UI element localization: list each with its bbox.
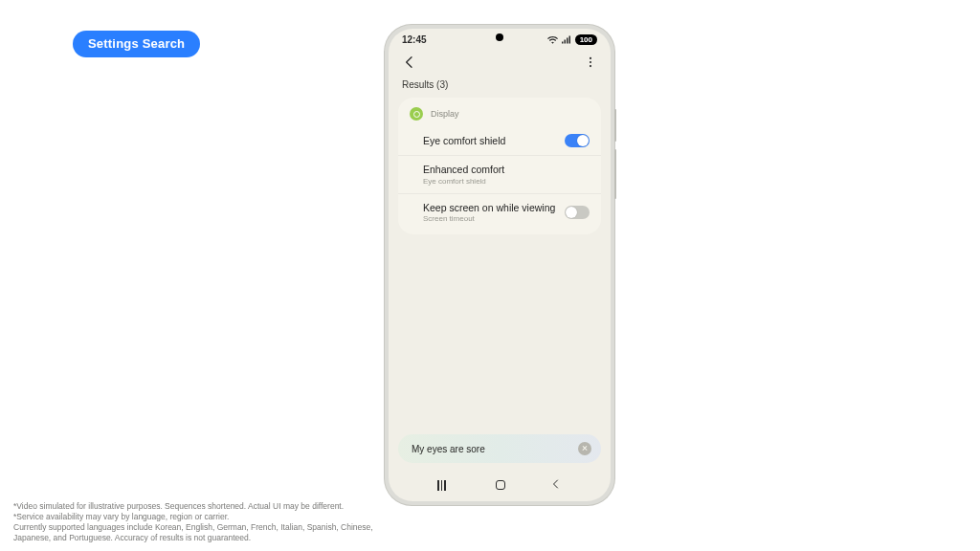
results-card: Display Eye comfort shield Enhanced comf… [398, 98, 601, 234]
toggle-eye-comfort-shield[interactable] [565, 134, 590, 147]
svg-point-1 [590, 61, 591, 63]
section-label: Display [431, 109, 459, 119]
navigation-bar [389, 471, 611, 501]
back-button[interactable] [402, 55, 417, 70]
nav-home-button[interactable] [496, 480, 505, 490]
wifi-icon [547, 35, 558, 44]
clear-search-button[interactable] [578, 442, 591, 455]
svg-point-0 [590, 57, 591, 59]
results-count: Results (3) [389, 76, 611, 98]
footnote-line: Currently supported languages include Ko… [13, 522, 396, 543]
item-title: Keep screen on while viewing [423, 202, 555, 214]
result-item-keep-screen-on[interactable]: Keep screen on while viewing Screen time… [398, 193, 601, 231]
feature-badge: Settings Search [73, 31, 200, 57]
footnote-line: *Service availability may vary by langua… [13, 512, 396, 522]
toggle-keep-screen-on[interactable] [565, 206, 590, 219]
svg-point-2 [590, 65, 591, 67]
nav-back-button[interactable] [550, 476, 562, 494]
status-time: 12:45 [402, 34, 427, 45]
phone-side-button [614, 109, 616, 142]
display-section-icon [410, 107, 423, 121]
result-item-eye-comfort-shield[interactable]: Eye comfort shield [398, 126, 601, 155]
search-query: My eyes are sore [412, 444, 578, 454]
camera-hole [496, 33, 503, 41]
phone-side-button [614, 149, 616, 199]
item-subtitle: Screen timeout [423, 214, 555, 223]
battery-pill: 100 [575, 34, 597, 45]
footnotes: *Video simulated for illustrative purpos… [13, 501, 396, 543]
nav-recent-button[interactable] [437, 484, 451, 486]
phone-frame: 12:45 100 Results (3) D [385, 25, 614, 505]
result-item-enhanced-comfort[interactable]: Enhanced comfort Eye comfort shield [398, 155, 601, 193]
item-title: Eye comfort shield [423, 135, 505, 147]
phone-screen: 12:45 100 Results (3) D [389, 29, 611, 501]
footnote-line: *Video simulated for illustrative purpos… [13, 501, 396, 512]
signal-icon [562, 35, 571, 44]
more-options-button[interactable] [584, 55, 597, 69]
item-subtitle: Eye comfort shield [423, 177, 504, 186]
item-title: Enhanced comfort [423, 164, 504, 176]
search-bar[interactable]: My eyes are sore [398, 434, 601, 463]
app-header [389, 47, 611, 76]
section-header: Display [398, 107, 601, 126]
